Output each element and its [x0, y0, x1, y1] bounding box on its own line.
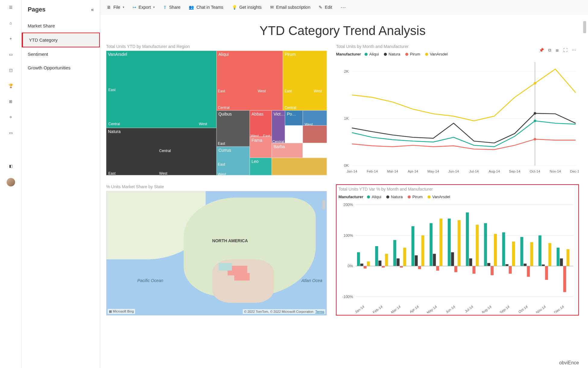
bar-chart-visual[interactable]: Total Units YTD Var % by Month and Manuf…: [336, 184, 579, 316]
share-icon: ⇪: [163, 5, 167, 10]
map-scrollbar[interactable]: [322, 200, 325, 209]
more-icon[interactable]: ⋯: [572, 48, 576, 53]
file-icon: 🗎: [107, 5, 111, 10]
treemap-title: Total Units YTD by Manufacturer and Regi…: [106, 44, 327, 49]
pages-collapse-icon[interactable]: «: [91, 7, 94, 12]
svg-text:Oct-14: Oct-14: [530, 169, 540, 173]
svg-text:Apr-14: Apr-14: [409, 304, 420, 313]
hamburger-icon[interactable]: ☰: [7, 4, 14, 11]
page-item-sentiment[interactable]: Sentiment: [22, 47, 100, 61]
workspaces-icon[interactable]: ◧: [7, 162, 14, 170]
export-icon: ↦: [133, 5, 136, 10]
svg-rect-77: [524, 264, 527, 266]
svg-rect-39: [385, 254, 388, 266]
svg-text:Jul-14: Jul-14: [469, 169, 479, 173]
svg-text:200%: 200%: [343, 202, 353, 207]
svg-rect-34: [367, 262, 370, 266]
svg-rect-48: [418, 266, 421, 269]
svg-rect-57: [451, 252, 454, 266]
filter-icon[interactable]: ≣: [555, 48, 559, 53]
map-title: % Units Market Share by State: [106, 184, 327, 189]
svg-point-8: [534, 112, 536, 115]
svg-rect-32: [360, 264, 363, 266]
pages-title: Pages: [28, 6, 46, 13]
deploy-icon[interactable]: ✧: [7, 113, 14, 121]
svg-rect-64: [476, 225, 479, 266]
browse-icon[interactable]: ▭: [7, 51, 14, 58]
edit-button[interactable]: ✎ Edit: [319, 5, 332, 10]
learn-icon[interactable]: ▭: [7, 129, 14, 136]
apps-icon[interactable]: ⊞: [7, 98, 14, 105]
svg-text:Feb-14: Feb-14: [372, 304, 383, 313]
report-toolbar: 🗎 File ▾ ↦ Export ▾ ⇪ Share 👥 Chat in Te…: [100, 0, 588, 14]
toolbar-more-button[interactable]: ⋯: [340, 4, 346, 11]
map-visual[interactable]: % Units Market Share by State NORTH AMER…: [106, 184, 327, 316]
svg-text:0K: 0K: [344, 163, 349, 168]
page-item-ytd-category[interactable]: YTD Category: [22, 33, 100, 47]
svg-rect-63: [473, 266, 476, 274]
focus-icon[interactable]: ⛶: [563, 48, 567, 53]
create-icon[interactable]: ＋: [7, 35, 14, 42]
main-area: 🗎 File ▾ ↦ Export ▾ ⇪ Share 👥 Chat in Te…: [100, 0, 588, 368]
file-menu[interactable]: 🗎 File ▾: [107, 5, 124, 10]
svg-text:0%: 0%: [348, 264, 353, 268]
svg-rect-86: [557, 248, 560, 266]
svg-rect-89: [567, 249, 570, 266]
svg-text:1K: 1K: [344, 116, 349, 121]
svg-rect-72: [506, 264, 509, 266]
metrics-icon[interactable]: 🏆: [7, 82, 14, 89]
svg-text:Dec-14: Dec-14: [553, 304, 565, 313]
svg-text:Feb-14: Feb-14: [367, 169, 378, 173]
svg-rect-41: [394, 240, 397, 266]
bing-attrib: ▦ Microsoft Bing: [108, 309, 135, 314]
chevron-down-icon: ▾: [123, 5, 124, 9]
svg-text:Nov-14: Nov-14: [535, 304, 547, 313]
svg-rect-81: [539, 235, 542, 266]
bar-chart-title: Total Units YTD Var % by Month and Manuf…: [338, 187, 577, 192]
svg-text:Jun-14: Jun-14: [445, 304, 456, 313]
svg-text:Aug-14: Aug-14: [481, 304, 492, 313]
export-menu[interactable]: ↦ Export ▾: [133, 5, 155, 10]
svg-text:Jun-14: Jun-14: [448, 169, 459, 173]
map-copyright: © 2022 TomTom, © 2022 Microsoft Corporat…: [243, 309, 325, 314]
pacific-label: Pacific Ocean: [137, 278, 163, 283]
svg-point-10: [534, 138, 536, 141]
bulb-icon: 💡: [232, 5, 237, 10]
pin-icon[interactable]: 📌: [539, 48, 544, 53]
svg-text:Dec-14: Dec-14: [570, 169, 579, 173]
svg-rect-49: [422, 235, 425, 266]
svg-text:Jan-14: Jan-14: [354, 304, 365, 313]
insights-button[interactable]: 💡 Get insights: [232, 5, 262, 10]
copy-icon[interactable]: ⧉: [548, 48, 551, 53]
treemap-visual[interactable]: Total Units YTD by Manufacturer and Regi…: [106, 44, 327, 175]
map-terms-link[interactable]: Terms: [315, 310, 324, 313]
svg-point-7: [534, 82, 536, 85]
svg-text:May-14: May-14: [428, 169, 439, 173]
chat-teams-button[interactable]: 👥 Chat in Teams: [189, 5, 223, 10]
atlantic-label: Atlan Ocea: [302, 278, 322, 283]
line-chart-visual[interactable]: Total Units by Month and Manufacturer Ma…: [336, 44, 579, 175]
pencil-icon: ✎: [319, 5, 322, 10]
map-canvas[interactable]: NORTH AMERICA Pacific Ocean Atlan Ocea ▦…: [106, 191, 327, 316]
svg-text:Apr-14: Apr-14: [408, 169, 418, 173]
visual-action-bar: 📌 ⧉ ≣ ⛶ ⋯: [539, 48, 576, 53]
email-subscription-button[interactable]: ✉ Email subscription: [270, 5, 311, 10]
svg-text:Nov-14: Nov-14: [550, 169, 561, 173]
svg-text:Jan-14: Jan-14: [347, 169, 358, 173]
home-icon[interactable]: ⌂: [7, 19, 14, 27]
svg-text:Aug-14: Aug-14: [489, 169, 500, 173]
svg-rect-61: [466, 212, 469, 266]
svg-rect-78: [527, 266, 530, 277]
svg-point-9: [534, 119, 536, 122]
share-button[interactable]: ⇪ Share: [163, 5, 180, 10]
user-avatar[interactable]: [7, 178, 15, 186]
svg-rect-73: [509, 266, 512, 274]
svg-rect-79: [530, 242, 533, 266]
svg-rect-37: [378, 261, 381, 266]
page-item-market-share[interactable]: Market Share: [22, 19, 100, 33]
data-hub-icon[interactable]: ◫: [7, 66, 14, 74]
svg-rect-33: [364, 266, 367, 268]
bar-chart-legend: Manufacturer Aliqui Natura Pirum VanArsd…: [338, 195, 577, 199]
svg-text:Oct-14: Oct-14: [518, 304, 529, 313]
page-item-growth[interactable]: Growth Opportunities: [22, 61, 100, 75]
